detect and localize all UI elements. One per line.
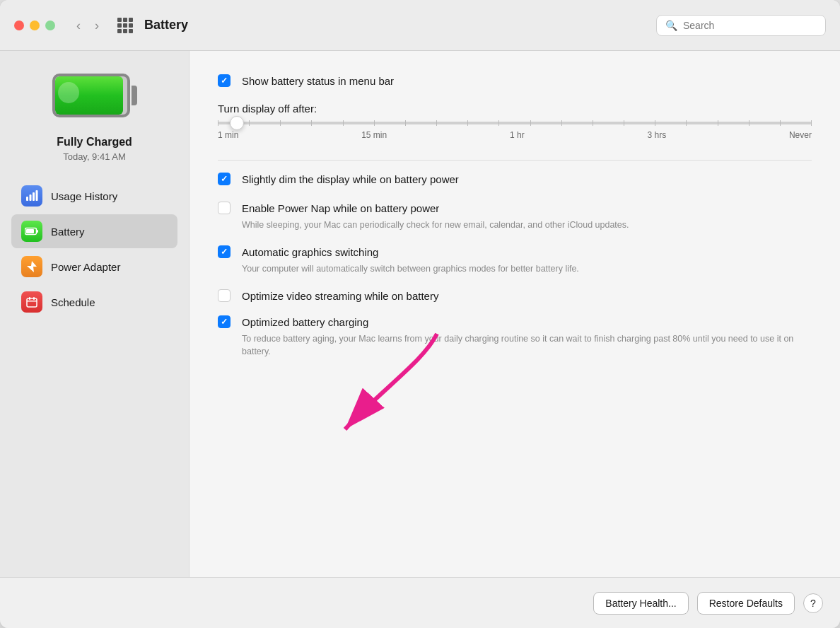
tick	[280, 120, 281, 126]
svg-rect-3	[36, 190, 38, 201]
tick	[343, 120, 344, 126]
slider-label-1min: 1 min	[218, 130, 238, 140]
restore-defaults-button[interactable]: Restore Defaults	[697, 592, 795, 615]
slider-label-3hrs: 3 hrs	[647, 130, 666, 140]
usage-history-label: Usage History	[51, 190, 117, 202]
tick	[780, 120, 781, 126]
minimize-button[interactable]	[30, 21, 40, 30]
auto-graphics-label: Automatic graphics switching	[242, 245, 378, 260]
svg-rect-9	[29, 297, 30, 300]
show-battery-checkbox[interactable]: ✓	[218, 74, 231, 87]
checkmark-icon: ✓	[221, 76, 228, 85]
svg-rect-0	[26, 197, 28, 201]
checkmark-icon: ✓	[221, 175, 228, 183]
svg-rect-10	[33, 297, 35, 300]
slider-section: Turn display off after:	[218, 103, 812, 140]
slider-labels: 1 min 15 min 1 hr 3 hrs Never	[218, 130, 812, 140]
settings-panel: ✓ Show battery status in menu bar Turn d…	[189, 51, 840, 577]
power-adapter-label: Power Adapter	[51, 261, 120, 273]
power-nap-checkbox[interactable]	[218, 202, 231, 214]
slider-container[interactable]: 1 min 15 min 1 hr 3 hrs Never	[218, 122, 812, 140]
battery-health-button[interactable]: Battery Health...	[593, 592, 688, 615]
traffic-lights	[14, 21, 55, 30]
tick	[686, 120, 687, 126]
auto-graphics-checkbox-wrapper: ✓	[218, 245, 232, 260]
tick	[374, 120, 375, 126]
optimized-charging-row: ✓ Optimized battery charging	[218, 315, 812, 330]
close-button[interactable]	[14, 21, 24, 30]
grid-icon[interactable]	[117, 18, 133, 33]
maximize-button[interactable]	[45, 21, 55, 30]
grid-dot	[123, 29, 127, 33]
tick	[218, 120, 218, 126]
grid-dot	[117, 23, 122, 28]
search-bar[interactable]: 🔍	[656, 15, 826, 36]
optimize-video-label: Optimize video streaming while on batter…	[242, 289, 438, 303]
tick	[655, 120, 655, 126]
checkmark-icon: ✓	[221, 248, 228, 256]
tick	[405, 120, 406, 126]
dim-display-label: Slightly dim the display while on batter…	[242, 172, 459, 187]
battery-terminal	[132, 86, 137, 105]
sidebar-item-schedule[interactable]: Schedule	[11, 285, 177, 319]
optimize-video-row: Optimize video streaming while on batter…	[218, 289, 812, 303]
optimize-video-checkbox[interactable]	[218, 289, 231, 302]
svg-rect-8	[27, 298, 37, 307]
optimized-charging-checkbox-wrapper: ✓	[218, 315, 232, 330]
svg-rect-6	[37, 230, 38, 233]
page-title: Battery	[144, 18, 645, 33]
show-battery-checkbox-wrapper: ✓	[218, 74, 232, 88]
sidebar-item-battery[interactable]: Battery	[11, 214, 177, 248]
battery-time-label: Today, 9:41 AM	[63, 151, 126, 162]
schedule-icon	[21, 291, 42, 313]
tick	[249, 120, 250, 126]
sidebar-item-usage-history[interactable]: Usage History	[11, 179, 177, 213]
slider-label-1hr: 1 hr	[510, 130, 525, 140]
main-area: Fully Charged Today, 9:41 AM Usage Histo…	[0, 51, 840, 577]
tick	[311, 120, 312, 126]
svg-rect-5	[26, 229, 34, 233]
auto-graphics-desc: Your computer will automatically switch …	[242, 262, 812, 276]
grid-dot	[123, 18, 127, 22]
power-adapter-icon	[21, 256, 42, 277]
tick	[436, 120, 437, 126]
grid-dot	[117, 18, 122, 22]
checkmark-icon: ✓	[221, 318, 228, 326]
grid-dot	[129, 18, 133, 22]
tick	[749, 120, 749, 126]
power-nap-desc: While sleeping, your Mac can periodicall…	[242, 219, 812, 232]
usage-history-icon	[21, 185, 42, 207]
search-icon: 🔍	[665, 20, 677, 31]
dim-display-row: ✓ Slightly dim the display while on batt…	[218, 172, 812, 187]
tick	[467, 120, 468, 126]
dim-display-checkbox[interactable]: ✓	[218, 173, 231, 185]
optimized-charging-label: Optimized battery charging	[242, 315, 368, 330]
window: ‹ › Battery 🔍	[0, 0, 840, 628]
optimized-charging-checkbox[interactable]: ✓	[218, 315, 231, 328]
nav-buttons: ‹ ›	[72, 16, 103, 35]
help-button[interactable]: ?	[803, 593, 823, 613]
search-input[interactable]	[683, 20, 817, 31]
grid-dot	[129, 23, 133, 28]
tick	[718, 120, 718, 126]
schedule-label: Schedule	[51, 296, 95, 308]
svg-rect-1	[30, 194, 32, 201]
sidebar-item-power-adapter[interactable]: Power Adapter	[11, 250, 177, 284]
turn-display-label: Turn display off after:	[218, 103, 812, 115]
sidebar: Fully Charged Today, 9:41 AM Usage Histo…	[0, 51, 189, 577]
grid-dot	[123, 23, 127, 28]
power-nap-checkbox-wrapper	[218, 202, 232, 216]
svg-rect-11	[27, 301, 37, 302]
battery-nav-label: Battery	[51, 226, 85, 238]
auto-graphics-checkbox[interactable]: ✓	[218, 245, 231, 258]
grid-dot	[129, 29, 133, 33]
svg-rect-2	[33, 192, 35, 201]
forward-button[interactable]: ›	[91, 16, 103, 35]
titlebar: ‹ › Battery 🔍	[0, 0, 840, 51]
divider-1	[218, 160, 812, 161]
bottom-bar: Battery Health... Restore Defaults ?	[0, 577, 840, 628]
tick	[561, 120, 562, 126]
back-button[interactable]: ‹	[72, 16, 85, 35]
battery-icon	[52, 68, 137, 124]
slider-label-15min: 15 min	[361, 130, 387, 140]
